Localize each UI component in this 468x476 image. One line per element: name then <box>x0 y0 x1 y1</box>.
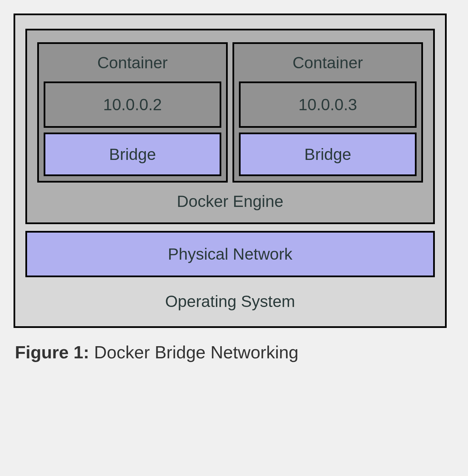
containers-row: Container 10.0.0.2 Bridge Container 10.0… <box>37 42 423 183</box>
container-bridge-box: Bridge <box>44 133 221 176</box>
docker-engine-label: Docker Engine <box>37 183 423 214</box>
docker-engine-box: Container 10.0.0.2 Bridge Container 10.0… <box>25 29 435 224</box>
figure-number: Figure 1: <box>15 342 89 362</box>
physical-network-box: Physical Network <box>25 231 435 277</box>
figure-caption-text: Docker Bridge Networking <box>89 342 298 362</box>
operating-system-label: Operating System <box>25 284 435 316</box>
container-box-2: Container 10.0.0.3 Bridge <box>232 42 423 183</box>
container-box-1: Container 10.0.0.2 Bridge <box>37 42 228 183</box>
operating-system-box: Container 10.0.0.2 Bridge Container 10.0… <box>14 14 447 328</box>
figure-caption: Figure 1: Docker Bridge Networking <box>14 328 454 362</box>
container-ip-box: 10.0.0.3 <box>239 81 417 128</box>
container-ip-box: 10.0.0.2 <box>44 81 221 128</box>
container-bridge-box: Bridge <box>239 133 417 176</box>
container-title: Container <box>44 47 221 77</box>
container-title: Container <box>239 47 417 77</box>
